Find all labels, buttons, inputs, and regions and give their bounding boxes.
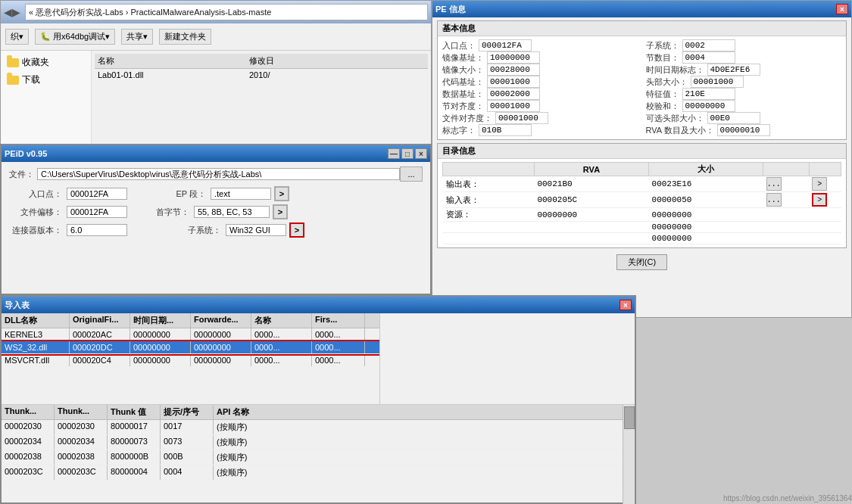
filealign-label: 文件对齐度： (442, 113, 495, 124)
linker-value: 6.0 (67, 224, 127, 236)
subsystem-value: Win32 GUI (226, 224, 286, 236)
peid-row-linker: 连接器版本： 6.0 子系统： Win32 GUI > (6, 222, 426, 238)
info-row-numseq: 节数目： 0004 (646, 51, 842, 64)
dir-export-rva: 00021B0 (534, 176, 648, 192)
dir-resource-size: 00000000 (649, 208, 763, 222)
col-date-header: 修改日 (249, 55, 425, 67)
explorer-breadcrumb[interactable]: « 恶意代码分析实战-Labs › PracticalMalwareAnalys… (25, 4, 428, 20)
new-folder-button[interactable]: 新建文件夹 (159, 29, 211, 45)
offset-label: 文件偏移： (6, 207, 67, 218)
thunk-1-t3: 80000073 (108, 435, 161, 450)
dir-import-size: 00000050 (649, 192, 763, 208)
dir-col-rva: RVA (534, 163, 648, 176)
dll-ws232-orig: 000020DC (70, 341, 130, 353)
dll-ws232-name2: 0000... (251, 341, 312, 353)
dll-row-ws232[interactable]: WS2_32.dll 000020DC 00000000 00000000 00… (2, 341, 379, 354)
dll-col-fwd: Forwarde... (191, 313, 251, 328)
basic-info-right: 子系统： 0002 节数目： 0004 时间日期标志： 4D0E2FE6 头部大… (646, 39, 842, 136)
dll-ws232-fwd: 00000000 (191, 341, 251, 353)
dir-row-export: 输出表： 00021B0 00023E16 ... > (443, 176, 841, 192)
restore-button[interactable]: □ (401, 148, 414, 159)
browse-button[interactable]: ... (400, 166, 423, 182)
subsystem-arrow-button[interactable]: > (289, 222, 304, 238)
file-row[interactable]: Lab01-01.dll 2010/ (95, 69, 428, 81)
close-button[interactable]: × (415, 148, 427, 159)
thunk-col-4: 提示/序号 (161, 405, 214, 419)
share-button[interactable]: 共享▾ (121, 29, 153, 45)
import-bottom: Thunk... Thunk... Thunk 值 提示/序号 API 名称 0… (2, 404, 635, 504)
explorer-toolbar: 织▾ 🐛 用x64dbg调试▾ 共享▾ 新建文件夹 (1, 23, 431, 51)
import-titlebar: 导入表 × (2, 297, 635, 313)
explorer-titlebar: ◀▶ « 恶意代码分析实战-Labs › PracticalMalwareAna… (1, 1, 431, 23)
sectionalign-label: 节对齐度： (442, 101, 487, 112)
info-row-filealign: 文件对齐度： 00001000 (442, 112, 638, 124)
peid-window: PEiD v0.95 — □ × 文件： ... 入口点： 000012FA E… (0, 144, 432, 295)
import-close-button[interactable]: × (619, 300, 632, 310)
peid-file-row: 文件： ... (6, 166, 426, 182)
import-window: 导入表 × DLL名称 OriginalFi... 时间日期... Forwar… (0, 295, 636, 504)
thunk-0-hint: 0017 (161, 420, 214, 434)
first-bytes-arrow-button[interactable]: > (273, 204, 288, 219)
info-row-chars: 特征值： 210E (646, 88, 842, 100)
checksum-label: 校验和： (646, 101, 682, 112)
info-row-timestamp: 时间日期标志： 4D0E2FE6 (646, 64, 842, 76)
opthdrsize-value: 00E0 (707, 112, 760, 124)
numseq-label: 节数目： (646, 52, 682, 64)
info-row-imgbase: 镜像基址： 10000000 (442, 51, 638, 64)
ep-info-label: 入口点： (442, 40, 479, 51)
dll-msvcrt-orig: 000020C4 (70, 354, 130, 366)
ep-arrow-button[interactable]: > (274, 186, 289, 201)
dll-row-kernel3[interactable]: KERNEL3 000020AC 00000000 00000000 0000.… (2, 328, 379, 341)
debug-button[interactable]: 🐛 用x64dbg调试▾ (35, 29, 115, 45)
imgbase-label: 镜像基址： (442, 52, 487, 64)
import-right (380, 313, 635, 404)
dir-row-resource: 资源： 00000000 00000000 (443, 208, 841, 222)
dir-resource-rva: 00000000 (534, 208, 648, 222)
ep-seg-value: .text (211, 188, 271, 200)
dir-export-browse[interactable]: ... (766, 177, 782, 191)
dir-resource-btn2 (809, 208, 841, 222)
dll-msvcrt-time: 00000000 (130, 354, 191, 366)
sidebar-item-favorites[interactable]: 收藏夹 (4, 54, 88, 71)
dir-row4-label (443, 222, 535, 233)
dir-row5-rva (534, 233, 648, 244)
dll-col-first: Firs... (312, 313, 365, 328)
dll-col-name: DLL名称 (2, 313, 70, 328)
dir-col-btn1 (763, 163, 809, 176)
info-row-codebase: 代码基址： 00001000 (442, 76, 638, 88)
info-row-sectionalign: 节对齐度： 00001000 (442, 100, 638, 112)
imgbase-value: 10000000 (487, 51, 540, 64)
col-name-header: 名称 (98, 55, 249, 67)
peid-file-path[interactable] (37, 168, 400, 180)
organize-button[interactable]: 织▾ (5, 29, 29, 45)
dir-row4-btn2 (809, 222, 841, 233)
dll-col-orig: OriginalFi... (70, 313, 130, 328)
subsys-value: 0002 (682, 39, 735, 51)
thunk-3-hint: 0004 (161, 465, 214, 480)
info-row-rvacount: RVA 数目及大小： 00000010 (646, 124, 842, 136)
breadcrumb-text: « 恶意代码分析实战-Labs › PracticalMalwareAnalys… (29, 7, 271, 18)
dir-import-arrow[interactable]: > (812, 193, 827, 207)
dir-import-browse[interactable]: ... (766, 193, 782, 207)
dir-resource-btn1 (763, 208, 809, 222)
imgsize-value: 00028000 (487, 64, 540, 76)
peinfo-close-button[interactable]: × (836, 4, 848, 14)
scroll-thumb[interactable] (624, 406, 635, 429)
rvacount-value: 00000010 (717, 124, 770, 136)
dll-row-msvcrt[interactable]: MSVCRT.dll 000020C4 00000000 00000000 00… (2, 354, 379, 367)
peid-title: PEiD v0.95 (5, 149, 47, 158)
dll-msvcrt-name: MSVCRT.dll (2, 354, 70, 366)
sidebar-item-downloads[interactable]: 下载 (4, 71, 88, 89)
scrollbar[interactable] (623, 405, 635, 504)
minimize-button[interactable]: — (388, 148, 400, 159)
basic-info-content: 入口点： 000012FA 镜像基址： 10000000 镜像大小： 00028… (438, 36, 846, 139)
dir-row-5: 00000000 (443, 233, 841, 244)
dll-col-time: 时间日期... (130, 313, 191, 328)
dir-export-arrow[interactable]: > (812, 177, 827, 191)
info-row-magic: 标志字： 010B (442, 124, 638, 136)
dll-msvcrt-first: 0000... (312, 354, 365, 366)
peinfo-close-btn[interactable]: 关闭(C) (616, 254, 667, 270)
dir-col-label (443, 163, 535, 176)
magic-label: 标志字： (442, 125, 479, 136)
dir-info-title: 目录信息 (438, 144, 846, 159)
